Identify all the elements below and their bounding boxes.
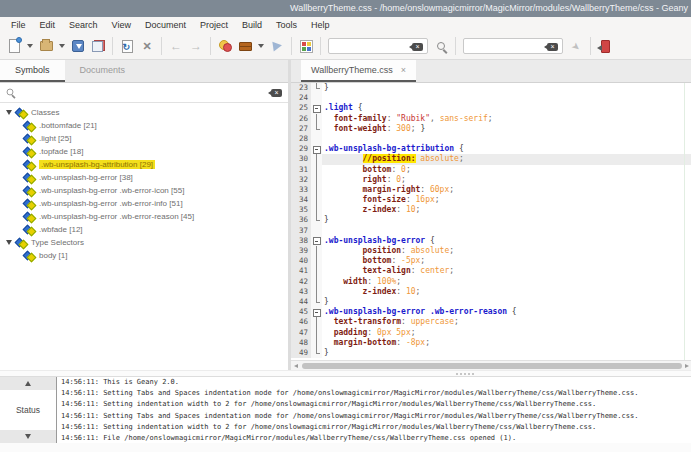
- menu-document[interactable]: Document: [138, 19, 193, 31]
- horizontal-scrollbar[interactable]: [291, 360, 691, 370]
- line-number[interactable]: 29: [291, 144, 311, 154]
- code-line[interactable]: 35 z-index: 10;: [291, 205, 691, 215]
- fold-margin-collapse-icon[interactable]: [311, 307, 322, 317]
- splitter-grip[interactable]: [456, 373, 458, 375]
- line-number[interactable]: 27: [291, 124, 311, 134]
- scroll-right-icon[interactable]: [685, 364, 689, 368]
- symbol-item[interactable]: .wb-unsplash-bg-attribution [29]: [0, 158, 288, 171]
- line-number[interactable]: 44: [291, 297, 311, 307]
- code-line[interactable]: 44}: [291, 297, 691, 307]
- save-button[interactable]: [68, 36, 88, 56]
- search-input[interactable]: [328, 38, 428, 54]
- symbol-item[interactable]: .wbfade [12]: [0, 223, 288, 236]
- quit-button[interactable]: [595, 36, 615, 56]
- clear-filter-icon[interactable]: [271, 89, 282, 97]
- code-line[interactable]: 27 font-weight: 300; }: [291, 124, 691, 134]
- code-line[interactable]: 36}: [291, 215, 691, 225]
- code-line[interactable]: 24: [291, 93, 691, 103]
- menu-help[interactable]: Help: [304, 19, 337, 31]
- search-button[interactable]: [431, 36, 451, 56]
- tab-close-icon[interactable]: ×: [401, 65, 406, 75]
- tab-documents[interactable]: Documents: [65, 60, 141, 82]
- line-number[interactable]: 45: [291, 307, 311, 317]
- code-line[interactable]: 43 z-index: 10;: [291, 287, 691, 297]
- new-file-menu-button[interactable]: [27, 44, 33, 48]
- menu-project[interactable]: Project: [193, 19, 235, 31]
- symbol-item[interactable]: .wb-unsplash-bg-error .wb-error-reason […: [0, 210, 288, 223]
- expander-icon[interactable]: [6, 110, 12, 115]
- save-all-button[interactable]: [88, 36, 108, 56]
- menu-edit[interactable]: Edit: [33, 19, 63, 31]
- line-number[interactable]: 28: [291, 134, 311, 144]
- panel-tabs-scroll-up-icon[interactable]: [25, 381, 31, 386]
- symbol-item[interactable]: .wb-unsplash-bg-error [38]: [0, 171, 288, 184]
- line-number[interactable]: 47: [291, 328, 311, 338]
- fold-margin-collapse-icon[interactable]: [311, 144, 322, 154]
- scroll-left-icon[interactable]: [294, 364, 298, 368]
- symbol-item[interactable]: body [1]: [0, 249, 288, 262]
- code-line[interactable]: 49}: [291, 348, 691, 358]
- color-chooser-button[interactable]: [296, 36, 316, 56]
- symbol-item[interactable]: .wb-unsplash-bg-error .wb-error-icon [55…: [0, 184, 288, 197]
- code-line[interactable]: 33 margin-right: 60px;: [291, 185, 691, 195]
- line-number[interactable]: 30: [291, 154, 311, 164]
- run-button[interactable]: [267, 36, 287, 56]
- code-line[interactable]: 48 margin-bottom: -8px;: [291, 338, 691, 348]
- line-number[interactable]: 26: [291, 114, 311, 124]
- clear-search-icon[interactable]: [412, 43, 423, 51]
- tab-status[interactable]: Status: [0, 390, 56, 430]
- close-document-button[interactable]: ✕: [137, 36, 157, 56]
- navigate-back-button[interactable]: ←: [166, 36, 186, 56]
- menu-view[interactable]: View: [105, 19, 138, 31]
- code-area[interactable]: 23}2425.light {26 font-family: "Rubik", …: [291, 83, 691, 360]
- line-number[interactable]: 37: [291, 226, 311, 236]
- line-number[interactable]: 43: [291, 287, 311, 297]
- line-number[interactable]: 49: [291, 348, 311, 358]
- code-line[interactable]: 42 width: 100%;: [291, 277, 691, 287]
- goto-line-button[interactable]: ➤: [566, 36, 586, 56]
- line-number[interactable]: 31: [291, 165, 311, 175]
- line-number[interactable]: 33: [291, 185, 311, 195]
- symbol-filter-input[interactable]: [20, 85, 250, 100]
- code-line[interactable]: 47 padding: 0px 5px;: [291, 328, 691, 338]
- code-line[interactable]: 32 right: 0;: [291, 175, 691, 185]
- symbol-item[interactable]: .wb-unsplash-bg-error .wb-error-info [51…: [0, 197, 288, 210]
- open-file-button[interactable]: [36, 36, 56, 56]
- symbol-item[interactable]: Classes: [0, 106, 288, 119]
- code-line[interactable]: 38.wb-unsplash-bg-error {: [291, 236, 691, 246]
- line-number[interactable]: 32: [291, 175, 311, 185]
- code-line[interactable]: 41 text-align: center;: [291, 266, 691, 276]
- open-file-menu-button[interactable]: [59, 44, 65, 48]
- build-button[interactable]: [235, 36, 255, 56]
- panel-splitter[interactable]: [0, 370, 691, 376]
- code-line[interactable]: 30 //position: absolute;: [291, 154, 691, 164]
- code-line[interactable]: 34 font-size: 16px;: [291, 195, 691, 205]
- code-line[interactable]: 23}: [291, 83, 691, 93]
- line-number[interactable]: 42: [291, 277, 311, 287]
- symbol-item[interactable]: .topfade [18]: [0, 145, 288, 158]
- code-line[interactable]: 28: [291, 134, 691, 144]
- menu-build[interactable]: Build: [235, 19, 269, 31]
- goto-line-input[interactable]: [463, 38, 563, 54]
- revert-button[interactable]: [117, 36, 137, 56]
- log-line[interactable]: 14:56:11: File /home/onslowmagicmirror/M…: [61, 433, 691, 443]
- code-line[interactable]: 46 text-transform: uppercase;: [291, 317, 691, 327]
- line-number[interactable]: 39: [291, 246, 311, 256]
- line-number[interactable]: 34: [291, 195, 311, 205]
- code-line[interactable]: 45.wb-unsplash-bg-error .wb-error-reason…: [291, 307, 691, 317]
- log-line[interactable]: 14:56:11: Setting Tabs and Spaces indent…: [61, 411, 691, 422]
- menu-file[interactable]: File: [4, 19, 33, 31]
- log-line[interactable]: 14:56:11: Setting indentation width to 2…: [61, 399, 691, 410]
- code-line[interactable]: 31 bottom: 0;: [291, 165, 691, 175]
- symbol-item[interactable]: Type Selectors: [0, 236, 288, 249]
- navigate-forward-button[interactable]: →: [186, 36, 206, 56]
- menu-tools[interactable]: Tools: [269, 19, 304, 31]
- build-menu-button[interactable]: [258, 44, 264, 48]
- line-number[interactable]: 38: [291, 236, 311, 246]
- log-line[interactable]: 14:56:11: Setting Tabs and Spaces indent…: [61, 388, 691, 399]
- compile-button[interactable]: [215, 36, 235, 56]
- code-line[interactable]: 37: [291, 226, 691, 236]
- code-line[interactable]: 26 font-family: "Rubik", sans-serif;: [291, 114, 691, 124]
- clear-goto-icon[interactable]: [547, 43, 558, 51]
- fold-margin-collapse-icon[interactable]: [311, 236, 322, 246]
